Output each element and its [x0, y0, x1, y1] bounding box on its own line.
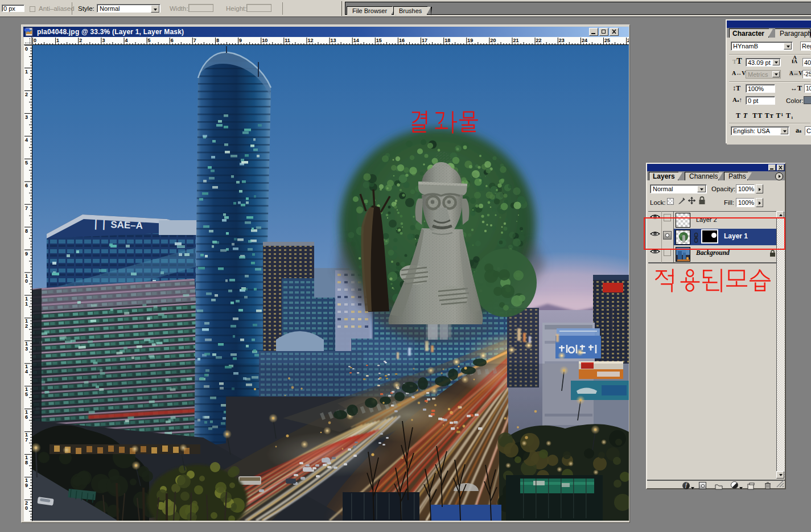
svg-text:3: 3: [25, 114, 28, 120]
svg-text:21: 21: [513, 38, 519, 43]
svg-text:9: 9: [25, 482, 28, 488]
svg-text:7: 7: [194, 38, 196, 43]
svg-text:5: 5: [25, 160, 28, 166]
svg-text:8: 8: [25, 228, 28, 234]
svg-text:2: 2: [25, 323, 28, 329]
svg-text:8: 8: [25, 460, 28, 465]
svg-text:5: 5: [148, 38, 151, 43]
svg-text:0: 0: [34, 38, 36, 43]
svg-text:1: 1: [25, 69, 28, 75]
svg-text:4: 4: [25, 137, 28, 143]
svg-text:16: 16: [399, 38, 405, 43]
svg-text:6: 6: [171, 38, 174, 43]
svg-text:20: 20: [490, 38, 496, 43]
svg-text:19: 19: [467, 38, 473, 43]
svg-text:2: 2: [25, 92, 28, 97]
svg-text:12: 12: [307, 38, 313, 43]
svg-text:6: 6: [25, 183, 28, 188]
svg-text:14: 14: [353, 38, 359, 43]
svg-text:0: 0: [25, 278, 28, 284]
svg-text:0: 0: [25, 46, 28, 52]
svg-text:15: 15: [376, 38, 382, 43]
svg-text:3: 3: [102, 38, 105, 43]
svg-text:3: 3: [25, 346, 28, 352]
svg-text:2: 2: [79, 38, 82, 43]
svg-text:7: 7: [25, 437, 28, 443]
svg-text:5: 5: [25, 391, 28, 397]
svg-text:23: 23: [559, 38, 565, 43]
svg-text:10: 10: [262, 38, 267, 43]
svg-text:7: 7: [25, 205, 28, 211]
svg-text:4: 4: [125, 38, 128, 43]
svg-text:0: 0: [25, 505, 28, 511]
svg-text:4: 4: [25, 369, 28, 374]
svg-text:18: 18: [444, 38, 450, 43]
svg-text:9: 9: [239, 38, 242, 43]
svg-text:1: 1: [25, 301, 28, 307]
svg-text:1: 1: [56, 38, 59, 43]
svg-text:22: 22: [536, 38, 542, 43]
svg-text:24: 24: [582, 38, 587, 43]
svg-text:9: 9: [25, 251, 28, 257]
svg-text:26: 26: [627, 38, 629, 43]
svg-text:8: 8: [216, 38, 219, 43]
svg-text:25: 25: [604, 38, 610, 43]
svg-text:17: 17: [422, 38, 427, 43]
svg-text:13: 13: [331, 38, 336, 43]
svg-text:11: 11: [285, 38, 290, 43]
svg-text:6: 6: [25, 414, 28, 420]
